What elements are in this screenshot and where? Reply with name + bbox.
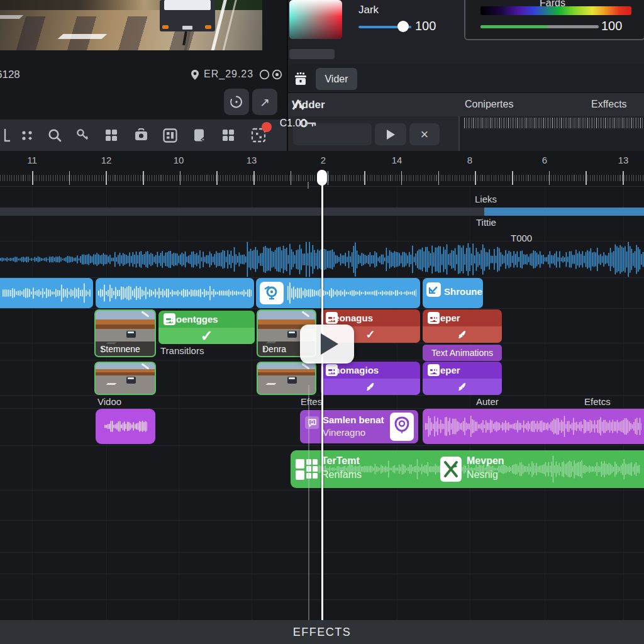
tab-effects[interactable]: Exffects <box>591 99 627 110</box>
note-edit-icon[interactable] <box>189 125 210 146</box>
audio-clip[interactable] <box>256 278 420 308</box>
swatch-bar[interactable] <box>289 49 335 59</box>
circle-icon[interactable] <box>259 69 270 80</box>
clip-body: ✓ <box>423 379 502 395</box>
thumbnail-glint <box>301 363 309 369</box>
media-source-row: Vider <box>288 65 644 93</box>
title-track-empty[interactable] <box>0 208 484 216</box>
ruler-number: 11 <box>27 155 37 165</box>
speech-refresh-icon <box>305 416 319 429</box>
ruler-number: 10 <box>174 155 184 165</box>
check-icon: ✓ <box>457 380 467 394</box>
ruler-number: 13 <box>618 155 629 165</box>
title-track-clip[interactable] <box>484 208 644 216</box>
effects-bar[interactable]: EFFECTS <box>0 620 644 644</box>
clip-title: Text Animations <box>431 348 493 358</box>
search-icon[interactable] <box>44 125 65 146</box>
thumbnail-glint <box>301 311 309 317</box>
gift-icon[interactable] <box>292 70 309 88</box>
checkbox-badge <box>426 282 441 297</box>
music-clip[interactable]: TerTemt Renfams Mevpen Nesnig <box>291 450 644 488</box>
playhead-line[interactable] <box>321 175 323 620</box>
transition-clip[interactable]: Choentgges ✓ <box>158 311 255 344</box>
balloon-badge <box>390 413 414 441</box>
spectrum-slider-track[interactable] <box>480 25 599 28</box>
marker-tick <box>308 182 309 189</box>
effect-clip-purple[interactable]: Dueper ✓ <box>423 362 502 395</box>
secondary-marker-line[interactable] <box>308 385 309 620</box>
clip-id-text: 6128 <box>0 69 20 81</box>
record-target-icon[interactable] <box>272 69 282 80</box>
timecode-group: C1.00 <box>293 123 372 145</box>
clip-meta-group: ER_29.23 <box>189 68 283 82</box>
vider-button[interactable]: Vider <box>316 68 357 90</box>
clip-title: Mevpen <box>467 455 504 467</box>
ruler-number: 8 <box>467 155 472 165</box>
color-picker-square[interactable] <box>289 0 342 39</box>
ruler-number: 14 <box>392 155 402 165</box>
audio-clip-shroune[interactable]: Shroune <box>423 278 483 308</box>
camera-snapshot-icon[interactable] <box>130 125 152 146</box>
text-animations-clip[interactable]: Text Animations <box>423 345 502 361</box>
timecode-value: C1.00 <box>280 118 307 129</box>
spectrum-value: 100 <box>601 19 622 33</box>
audio-clip[interactable] <box>0 278 93 308</box>
timer-button[interactable] <box>224 89 249 115</box>
qr-code-icon[interactable] <box>159 125 180 146</box>
audio-snippet-clip[interactable] <box>96 409 155 444</box>
play-button[interactable] <box>375 123 406 145</box>
video-clip-thumbnail[interactable] <box>94 362 156 395</box>
truck-light <box>162 25 169 29</box>
thumbnail-glint <box>141 363 149 369</box>
clip-header: Choentgges <box>158 311 255 328</box>
timeline: 11 12 10 13 2 14 8 6 13 Lieks <box>0 151 644 620</box>
opacity-label: Jark <box>358 4 379 16</box>
clip-title: Dueper <box>428 365 460 375</box>
mini-timeline[interactable] <box>460 116 644 151</box>
grid-icon[interactable] <box>218 125 239 146</box>
truck-plate <box>182 26 192 30</box>
audio-clip[interactable] <box>96 278 254 308</box>
thumbnail-lane <box>106 383 117 385</box>
close-icon: × <box>421 126 429 143</box>
opacity-slider-knob[interactable] <box>397 21 409 32</box>
transport-bar: C1.00 × <box>288 116 644 151</box>
clip-header: Lieonagus <box>321 309 420 326</box>
clip-title: Denra <box>262 344 286 354</box>
play-overlay-button[interactable] <box>300 325 354 364</box>
balloon-icon <box>394 416 410 438</box>
thumbnail-car <box>126 331 136 338</box>
video-clip-thumbnail[interactable] <box>257 362 316 395</box>
thumbnail-car <box>287 331 297 338</box>
location-pin-icon <box>190 69 200 80</box>
dots-grid-icon[interactable] <box>16 125 38 146</box>
track-label-title: Tittie <box>476 217 496 228</box>
video-clip-thumbnail[interactable]: ↑ Stemnene <box>94 309 156 357</box>
key-drop-icon[interactable] <box>72 125 94 146</box>
crop-grid-icon[interactable] <box>248 125 269 146</box>
spectrum-panel: Fards 100 <box>464 0 644 40</box>
expand-button[interactable]: ↗ <box>252 89 277 115</box>
media-toolbar <box>0 119 287 151</box>
effect-clip-purple[interactable]: Linomagios ✓ <box>321 362 420 395</box>
clip-header: Dueper <box>423 362 502 379</box>
template-grid-icon <box>295 457 318 482</box>
voiceover-clip[interactable]: Samlen benat Vineragno <box>300 410 418 443</box>
check-square-icon <box>428 284 439 295</box>
corner-tool-icon[interactable] <box>0 125 13 146</box>
playhead-handle[interactable] <box>317 170 327 186</box>
ruler-number: 2 <box>321 155 326 165</box>
thumbnail-scene <box>258 363 315 394</box>
hue-spectrum-bar[interactable] <box>480 6 631 15</box>
truck-cab <box>164 0 211 10</box>
vider-button-label: Vider <box>325 74 348 85</box>
clip-header: Dueper <box>423 309 502 326</box>
audio-clip-purple[interactable] <box>423 409 644 444</box>
grid-icon[interactable] <box>101 125 122 146</box>
video-preview-frame[interactable] <box>0 0 262 50</box>
clip-title: Linomagios <box>326 365 379 375</box>
tab-components[interactable]: Conipertes <box>465 99 513 110</box>
color-picker-gradient <box>289 0 342 39</box>
close-button[interactable]: × <box>409 123 440 145</box>
effect-clip-red[interactable]: Dueper ✓ <box>423 309 502 343</box>
